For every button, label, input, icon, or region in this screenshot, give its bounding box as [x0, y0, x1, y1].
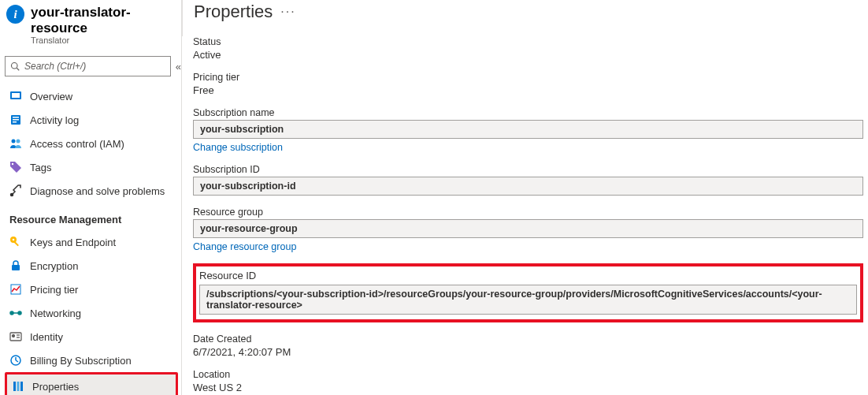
identity-icon	[9, 330, 22, 343]
nav-keys-endpoint[interactable]: Keys and Endpoint	[5, 230, 181, 254]
pricing-tier-value: Free	[193, 84, 863, 96]
date-created-value: 6/7/2021, 4:20:07 PM	[193, 346, 863, 358]
svg-line-26	[16, 360, 18, 362]
nav-properties[interactable]: Properties	[7, 375, 176, 395]
svg-point-18	[18, 311, 21, 315]
field-subscription-id: Subscription ID your-subscription-id	[193, 164, 863, 196]
resource-title: your-translator-resource	[31, 5, 181, 36]
subscription-id-label: Subscription ID	[193, 164, 863, 175]
svg-point-10	[12, 163, 13, 165]
resource-subtitle: Translator	[31, 35, 181, 45]
nav-overview[interactable]: Overview	[5, 84, 181, 108]
nav-label: Networking	[30, 307, 81, 319]
field-location: Location West US 2	[193, 369, 863, 393]
lock-icon	[9, 259, 22, 272]
subscription-id-value[interactable]: your-subscription-id	[193, 177, 863, 196]
svg-rect-27	[13, 382, 16, 391]
pricing-tier-label: Pricing tier	[193, 72, 863, 83]
resource-id-value[interactable]: /subscriptions/<your-subscription-id>/re…	[199, 285, 857, 315]
resource-header: i your-translator-resource Translator	[5, 3, 181, 50]
svg-point-9	[17, 140, 20, 143]
location-label: Location	[193, 369, 863, 380]
svg-point-0	[12, 63, 18, 69]
svg-rect-15	[12, 265, 20, 270]
page-title: Properties	[194, 2, 273, 22]
nav-label: Identity	[30, 331, 63, 343]
svg-point-8	[12, 140, 16, 143]
networking-icon	[9, 307, 22, 319]
field-subscription-name: Subscription name your-subscription Chan…	[193, 107, 863, 153]
nav-section-resource-management: Resource Management	[5, 203, 181, 230]
nav-access-control[interactable]: Access control (IAM)	[5, 132, 181, 155]
nav-activity-log[interactable]: Activity log	[5, 108, 181, 132]
main-content: Properties ··· Status Active Pricing tie…	[181, 0, 868, 395]
nav-label: Diagnose and solve problems	[30, 185, 165, 197]
field-status: Status Active	[193, 36, 863, 61]
nav-identity[interactable]: Identity	[5, 325, 181, 348]
nav-label: Encryption	[30, 260, 78, 272]
status-value: Active	[193, 49, 863, 61]
nav-label: Tags	[30, 162, 51, 173]
svg-point-17	[10, 311, 13, 315]
change-resource-group-link[interactable]: Change resource group	[193, 241, 296, 252]
location-value: West US 2	[193, 382, 863, 393]
nav-label: Keys and Endpoint	[30, 237, 116, 248]
overview-icon	[9, 90, 22, 102]
subscription-name-value[interactable]: your-subscription	[193, 120, 863, 139]
nav-label: Access control (IAM)	[30, 138, 124, 150]
properties-icon	[12, 380, 24, 393]
date-created-label: Date Created	[193, 334, 863, 345]
collapse-sidebar-button[interactable]: «	[176, 61, 181, 73]
svg-rect-14	[14, 241, 19, 246]
svg-rect-5	[13, 117, 19, 118]
field-pricing-tier: Pricing tier Free	[193, 72, 863, 96]
change-subscription-link[interactable]: Change subscription	[193, 142, 283, 153]
nav-billing[interactable]: Billing By Subscription	[5, 348, 181, 372]
more-actions-button[interactable]: ···	[280, 5, 295, 19]
highlight-properties-nav: Properties	[5, 372, 178, 395]
nav-tags[interactable]: Tags	[5, 155, 181, 179]
status-label: Status	[193, 36, 863, 47]
svg-rect-7	[13, 121, 17, 123]
resource-id-label: Resource ID	[199, 270, 857, 281]
nav-encryption[interactable]: Encryption	[5, 254, 181, 278]
nav-label: Overview	[30, 91, 72, 102]
access-control-icon	[9, 137, 22, 150]
svg-point-21	[13, 335, 15, 337]
search-icon	[10, 61, 20, 71]
svg-rect-3	[12, 93, 20, 98]
tags-icon	[9, 161, 22, 173]
resource-group-value[interactable]: your-resource-group	[193, 219, 863, 238]
search-placeholder: Search (Ctrl+/)	[24, 61, 86, 72]
resource-icon: i	[6, 5, 24, 24]
search-input[interactable]: Search (Ctrl+/)	[5, 56, 171, 76]
svg-rect-29	[20, 382, 23, 391]
field-date-created: Date Created 6/7/2021, 4:20:07 PM	[193, 334, 863, 358]
svg-rect-6	[13, 119, 19, 121]
svg-line-1	[17, 68, 19, 70]
resource-group-label: Resource group	[193, 207, 863, 218]
key-icon	[9, 236, 22, 248]
highlight-resource-id: Resource ID /subscriptions/<your-subscri…	[193, 263, 863, 322]
field-resource-group: Resource group your-resource-group Chang…	[193, 207, 863, 252]
nav-label: Billing By Subscription	[30, 355, 132, 367]
nav-networking[interactable]: Networking	[5, 301, 181, 325]
svg-point-13	[13, 239, 15, 241]
billing-icon	[9, 354, 22, 367]
svg-point-11	[11, 194, 13, 196]
pricing-tier-icon	[9, 283, 22, 296]
svg-rect-28	[17, 382, 20, 391]
nav-label: Pricing tier	[30, 284, 78, 296]
nav-pricing-tier[interactable]: Pricing tier	[5, 278, 181, 301]
nav-label: Activity log	[30, 114, 79, 126]
sidebar: i your-translator-resource Translator Se…	[0, 0, 181, 395]
diagnose-icon	[9, 184, 22, 197]
nav-diagnose[interactable]: Diagnose and solve problems	[5, 179, 181, 203]
nav-label: Properties	[32, 381, 79, 393]
activity-log-icon	[9, 114, 22, 126]
subscription-name-label: Subscription name	[193, 107, 863, 118]
